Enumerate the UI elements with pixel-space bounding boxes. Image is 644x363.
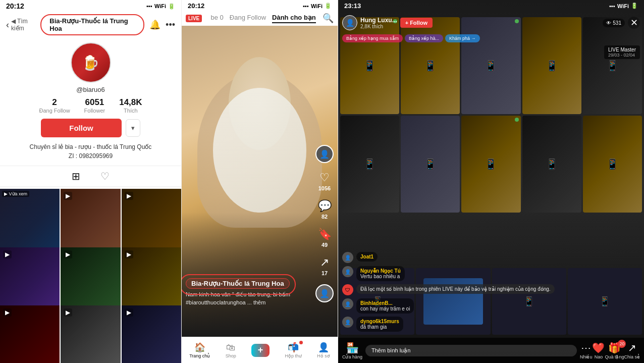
feed-tabs: be 0 Đang Follow Dành cho bạn: [210, 14, 315, 23]
video-thumb-7[interactable]: ▶: [0, 305, 60, 363]
live-tag-1[interactable]: Bảng xếp hạng mua sắm: [342, 34, 403, 42]
follow-row: Follow ▾: [0, 119, 181, 137]
chat-avatar-system: 🛡: [342, 284, 353, 295]
live-action-gift[interactable]: 🎁 Quà tặng 20: [605, 342, 624, 359]
live-channel-text: Hung Luxu... 2,8K thích: [360, 17, 397, 29]
bio-line2: ZI : 0982095969: [8, 151, 173, 161]
live-tag-3[interactable]: Khám phá →: [445, 34, 480, 42]
comment-action[interactable]: 💬 82: [318, 199, 332, 220]
followers-label: Follower: [84, 108, 105, 114]
chat-username-3: BinhladenB...: [360, 300, 393, 306]
like-icon: ❤️: [592, 342, 605, 354]
play-icon-9: ▶: [125, 308, 133, 317]
live-top-right: 👁 531 ✕: [603, 17, 640, 29]
shop-label: Shop: [226, 353, 236, 358]
video-thumb-8[interactable]: ▶: [61, 305, 120, 363]
feed-battery-icon: 🔋: [325, 3, 332, 9]
likes-count: 14,8K: [119, 97, 142, 108]
live-master-date: 29/03 - 02/04: [608, 53, 636, 58]
comment-icon: 💬: [318, 199, 332, 213]
play-icon-3: ▶: [125, 192, 133, 200]
chat-text-3: con hay máy trăm e oi: [360, 306, 410, 312]
chat-message-1: 👤 Joat1: [342, 252, 640, 263]
chat-username-2: Nguyễn Ngọc Tú: [360, 268, 401, 274]
store-icon: 🏪: [346, 342, 359, 354]
video-player[interactable]: 👤 ♡ 1056 💬 82 🔖 49 ↗ 17 Bia-Rượu-Thuốc l…: [182, 26, 338, 337]
shop-icon: 🛍: [226, 342, 235, 353]
feed-nav-bar: LIVE be 0 Đang Follow Dành cho bạn 🔍: [182, 12, 338, 26]
save-count: 49: [321, 242, 328, 248]
video-right-actions: 👤 ♡ 1056 💬 82 🔖 49 ↗ 17: [315, 145, 334, 276]
nav-home[interactable]: 🏠 Trang chủ: [189, 342, 210, 358]
live-action-like[interactable]: ❤️ Nao: [592, 342, 605, 359]
chat-avatar-1: 👤: [342, 252, 353, 263]
phone-item-6: 📱: [340, 116, 399, 213]
live-comment-input[interactable]: Thêm bình luận: [365, 345, 577, 356]
search-icon-button[interactable]: 🔍: [323, 13, 334, 24]
inbox-icon: 📬: [288, 342, 299, 353]
inbox-label: Hộp thư: [285, 353, 302, 358]
share-action[interactable]: ↗ 17: [320, 256, 329, 276]
battery-icon: 🔋: [168, 3, 175, 10]
more-options-icon[interactable]: •••: [166, 20, 175, 30]
bio-line1: Chuyên sỉ lẻ bia - rượu - thuốc lá Trung…: [8, 142, 173, 151]
like-label: Nao: [595, 354, 603, 359]
bell-icon[interactable]: 🔔: [149, 19, 160, 30]
tab-be0[interactable]: be 0: [210, 14, 223, 23]
save-action[interactable]: 🔖 49: [318, 228, 332, 248]
profile-tabs: ⊞ ♡: [0, 166, 181, 187]
video-desc-text: Nam kinh hoa vân " điếu tào trung, bi bấ…: [186, 291, 290, 305]
live-status-bar: 23:13 ▪▪▪ WiFi 🔋: [338, 0, 644, 12]
live-action-share[interactable]: ↗ Chia sẻ: [624, 342, 640, 359]
signal-icon: ▪▪▪: [146, 3, 152, 9]
play-icon-2: ▶: [64, 192, 72, 200]
live-action-more[interactable]: ⋯ Nhiều: [580, 342, 593, 359]
tab-favorites[interactable]: ♡: [100, 170, 110, 182]
creator-avatar-mini[interactable]: 👤: [315, 145, 334, 163]
like-action[interactable]: ♡ 1056: [318, 171, 331, 191]
back-button[interactable]: ‹: [6, 20, 9, 30]
more-icon: ⋯: [581, 342, 591, 354]
viewer-icon: 👁: [606, 20, 611, 26]
follow-button[interactable]: Follow: [41, 119, 122, 137]
status-icons: ▪▪▪ WiFi 🔋: [146, 3, 175, 10]
bookmark-icon: 🔖: [318, 228, 332, 241]
feed-status-bar: 20:12 ▪▪▪ WiFi 🔋: [182, 0, 338, 12]
tab-grid[interactable]: ⊞: [72, 170, 80, 182]
profile-label: Hồ sơ: [317, 353, 330, 358]
chat-avatar-4: 👤: [342, 317, 353, 328]
comment-placeholder: Thêm bình luận: [371, 347, 410, 353]
chat-bubble-1: Joat1: [356, 252, 378, 262]
video-channel-name[interactable]: Bia-Rượu-Thuốc lá Trung Hoa: [186, 278, 290, 289]
nav-create[interactable]: +: [251, 344, 270, 357]
live-tag-2[interactable]: Bảng xếp hà...: [405, 34, 443, 42]
phone-item-9: 📱: [522, 116, 581, 213]
video-thumb-9[interactable]: ▶: [122, 305, 181, 363]
nav-inbox[interactable]: 📬 Hộp thư: [285, 342, 302, 358]
live-followers: 2,8K thích: [360, 24, 397, 29]
live-master-label: LIVE Master: [608, 47, 636, 53]
creator-avatar-bottom[interactable]: 👤: [315, 284, 334, 302]
tab-danh-cho-ban[interactable]: Dành cho bạn: [272, 14, 316, 23]
search-link[interactable]: ◀ Tìm kiếm: [11, 18, 40, 32]
nav-shop[interactable]: 🛍 Shop: [226, 342, 236, 358]
live-close-button[interactable]: ✕: [628, 17, 640, 29]
followers-count: 6051: [84, 97, 105, 108]
live-panel: 📱 📱 📱 📱 📱 📱 📱 📱 📱 📱 📱 📱 📱 23:13 ▪▪▪ WiFi…: [338, 0, 644, 363]
live-time: 23:13: [344, 2, 361, 10]
chat-bubble-2: Nguyễn Ngọc Tú Vertu bao nhiêu a: [356, 266, 405, 281]
feed-signal-icon: ▪▪▪: [303, 3, 309, 9]
live-overlay-top: 👤 Hung Luxu... 2,8K thích + Follow 👁 531…: [338, 13, 644, 32]
live-channel-info: 👤 Hung Luxu... 2,8K thích + Follow: [342, 15, 433, 30]
feed-time: 20:12: [188, 2, 204, 10]
like-count: 1056: [318, 185, 331, 191]
live-action-store[interactable]: 🏪 Cửa hàng: [342, 342, 362, 359]
tab-dang-follow[interactable]: Đang Follow: [230, 14, 266, 23]
profile-icon: 👤: [318, 342, 329, 353]
wifi-icon: WiFi: [154, 3, 166, 9]
live-follow-button[interactable]: + Follow: [400, 18, 433, 28]
dropdown-button[interactable]: ▾: [126, 119, 140, 137]
nav-profile[interactable]: 👤 Hồ sơ: [317, 342, 330, 358]
live-avatar: 👤: [342, 15, 357, 30]
video-bottom-info: Bia-Rượu-Thuốc lá Trung Hoa Nam kinh hoa…: [186, 278, 307, 306]
